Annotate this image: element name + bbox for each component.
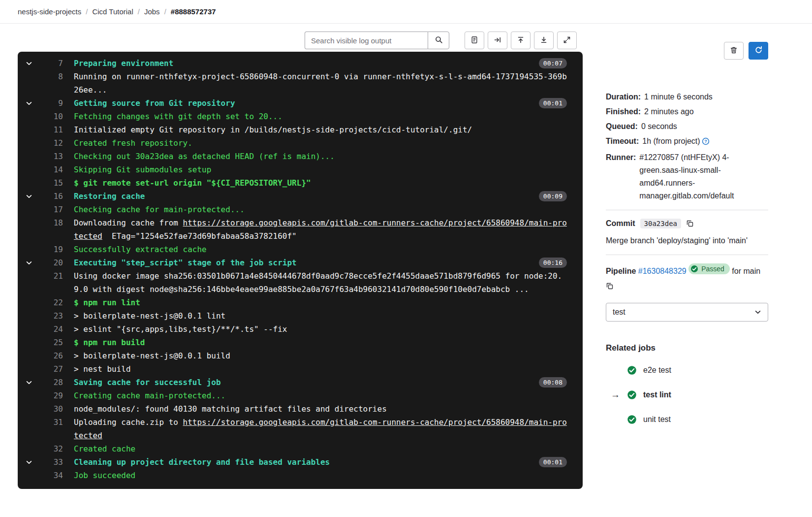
commit-sha-chip[interactable]: 30a23dea xyxy=(640,219,681,228)
log-text-segment: Fetching changes with git depth set to 2… xyxy=(74,112,282,121)
log-line-number[interactable]: 18 xyxy=(40,216,63,229)
section-duration-badge: 00:09 xyxy=(539,191,567,201)
log-section-header[interactable]: 16Restoring cache00:09 xyxy=(18,190,583,203)
log-line-number[interactable]: 25 xyxy=(40,336,63,349)
pipeline-link[interactable]: #1630848329 xyxy=(638,267,687,275)
job-log: 7Preparing environment00:078Running on r… xyxy=(18,52,583,489)
section-duration-badge: 00:01 xyxy=(539,98,567,108)
log-text-segment: $ npm run build xyxy=(74,338,145,347)
log-line-number[interactable]: 21 xyxy=(40,269,63,283)
chevron-placeholder xyxy=(26,136,40,150)
log-line-text: Fetching changes with git depth set to 2… xyxy=(74,110,567,123)
chevron-down-icon[interactable] xyxy=(26,376,40,389)
log-line-number[interactable]: 26 xyxy=(40,349,63,362)
log-line-number[interactable]: 13 xyxy=(40,150,63,163)
related-job-name[interactable]: unit test xyxy=(643,415,671,424)
log-line-number[interactable]: 30 xyxy=(40,402,63,416)
log-section-header[interactable]: 7Preparing environment00:07 xyxy=(18,57,583,70)
scroll-to-bottom-button[interactable] xyxy=(534,32,554,49)
log-line-text: Job succeeded xyxy=(74,469,567,482)
log-line-number[interactable]: 24 xyxy=(40,323,63,336)
chevron-placeholder xyxy=(26,362,40,376)
log-line-number[interactable]: 16 xyxy=(40,190,63,203)
related-job-name[interactable]: e2e test xyxy=(643,366,671,375)
related-job-item[interactable]: e2e test xyxy=(606,358,768,383)
log-search-input[interactable] xyxy=(305,32,428,49)
log-line-number[interactable]: 17 xyxy=(40,203,63,216)
log-text-segment: Downloading cache from xyxy=(74,218,183,227)
log-line-number[interactable]: 22 xyxy=(40,296,63,309)
log-text-segment: ETag="1254e52fae73d69bfabaa58a3782160f" xyxy=(102,231,297,241)
show-complete-raw-button[interactable] xyxy=(488,32,507,49)
fullscreen-button[interactable] xyxy=(557,32,577,49)
log-line-number[interactable]: 33 xyxy=(40,455,63,469)
log-line-number[interactable]: 9 xyxy=(40,97,63,110)
status-success-icon[interactable] xyxy=(627,390,637,400)
copy-ref-icon[interactable] xyxy=(606,282,614,290)
log-line-number[interactable]: 27 xyxy=(40,362,63,376)
stage-dropdown[interactable]: test xyxy=(606,303,768,322)
log-line-number[interactable]: 20 xyxy=(40,256,63,269)
log-line-text: Successfully extracted cache xyxy=(74,243,567,256)
related-job-item[interactable]: →test lint xyxy=(606,383,768,407)
chevron-placeholder xyxy=(26,416,40,429)
log-line: 15$ git remote set-url origin "${CI_REPO… xyxy=(18,176,583,190)
detail-label: Queued: xyxy=(606,120,638,133)
breadcrumb-link[interactable]: nestjs-side-projects xyxy=(18,7,81,16)
status-success-icon[interactable] xyxy=(627,415,637,424)
raw-log-button[interactable] xyxy=(465,32,484,49)
scroll-to-top-button[interactable] xyxy=(511,32,531,49)
detail-label: Timeout: xyxy=(606,135,639,149)
copy-commit-sha-icon[interactable] xyxy=(686,220,694,227)
help-icon[interactable]: ? xyxy=(702,136,710,149)
log-line: 17Checking cache for main-protected... xyxy=(18,203,583,216)
chevron-down-icon[interactable] xyxy=(26,57,40,70)
chevron-down-icon[interactable] xyxy=(26,455,40,469)
log-line: 11Initialized empty Git repository in /b… xyxy=(18,123,583,136)
log-line-number[interactable]: 28 xyxy=(40,376,63,389)
breadcrumb-link[interactable]: Cicd Tutorial xyxy=(92,7,133,16)
related-job-name[interactable]: test lint xyxy=(643,390,671,399)
log-section-header[interactable]: 20Executing "step_script" stage of the j… xyxy=(18,256,583,269)
related-job-item[interactable]: unit test xyxy=(606,407,768,432)
log-line-number[interactable]: 19 xyxy=(40,243,63,256)
log-line-number[interactable]: 15 xyxy=(40,176,63,190)
log-line-number[interactable]: 7 xyxy=(40,57,63,70)
log-line-number[interactable]: 10 xyxy=(40,110,63,123)
retry-job-button[interactable] xyxy=(749,42,768,60)
chevron-down-icon[interactable] xyxy=(26,97,40,110)
pipeline-section: Pipeline #1630848329 Passed for main xyxy=(606,263,768,294)
log-section-header[interactable]: 28Saving cache for successful job00:08 xyxy=(18,376,583,389)
log-section-header[interactable]: 9Getting source from Git repository00:01 xyxy=(18,97,583,110)
breadcrumb-link[interactable]: Jobs xyxy=(144,7,160,16)
erase-job-log-button[interactable] xyxy=(724,42,744,60)
log-line-number[interactable]: 32 xyxy=(40,442,63,455)
log-line-number[interactable]: 8 xyxy=(40,70,63,83)
trash-icon xyxy=(730,46,738,56)
log-line-number[interactable]: 34 xyxy=(40,469,63,482)
log-line-number[interactable]: 29 xyxy=(40,389,63,402)
chevron-down-icon[interactable] xyxy=(26,256,40,269)
log-toolbar xyxy=(18,32,577,49)
search-button[interactable] xyxy=(428,32,449,49)
log-text-segment: Skipping Git submodules setup xyxy=(74,165,211,174)
log-line: 10Fetching changes with git depth set to… xyxy=(18,110,583,123)
log-line-number[interactable]: 23 xyxy=(40,309,63,323)
detail-label: Duration: xyxy=(606,91,641,103)
log-line-text: Creating cache main-protected... xyxy=(74,389,567,402)
log-section-header[interactable]: 33Cleaning up project directory and file… xyxy=(18,455,583,469)
log-line-text: Uploading cache.zip to https://storage.g… xyxy=(74,416,567,442)
chevron-placeholder xyxy=(26,269,40,283)
section-duration-badge: 00:01 xyxy=(539,457,567,467)
log-line-number[interactable]: 12 xyxy=(40,136,63,150)
log-line-text: Using docker image sha256:03501b0671a4e8… xyxy=(74,269,567,296)
log-line-number[interactable]: 14 xyxy=(40,163,63,176)
detail-value: 2 minutes ago xyxy=(644,105,768,118)
related-jobs-list: e2e test→test lintunit test xyxy=(606,358,768,432)
pipeline-status-badge[interactable]: Passed xyxy=(688,263,730,274)
log-line-number[interactable]: 31 xyxy=(40,416,63,429)
chevron-down-icon[interactable] xyxy=(26,190,40,203)
log-line-number[interactable]: 11 xyxy=(40,123,63,136)
status-success-icon[interactable] xyxy=(627,365,637,375)
log-line-text: node_modules/: found 40130 matching arti… xyxy=(74,402,567,416)
